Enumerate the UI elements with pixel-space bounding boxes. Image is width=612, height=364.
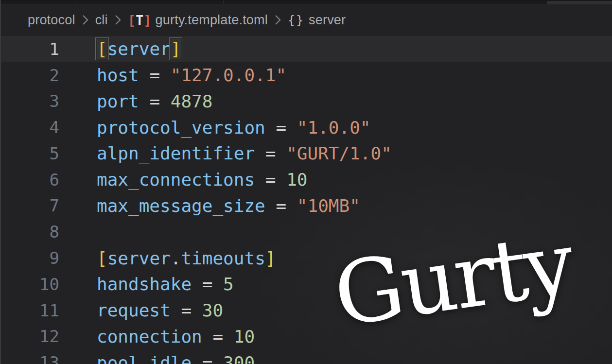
line-number[interactable]: 3: [1, 91, 59, 111]
code-line[interactable]: 3port = 4878: [1, 88, 612, 115]
line-number[interactable]: 12: [1, 327, 59, 346]
breadcrumb-folder-protocol[interactable]: protocol: [28, 13, 75, 28]
code-line[interactable]: 1[server]: [1, 36, 612, 62]
token-number: 30: [202, 300, 223, 320]
token-key: server: [107, 39, 171, 59]
line-number[interactable]: 7: [1, 196, 59, 215]
token-op: =: [139, 91, 171, 111]
line-number[interactable]: 11: [1, 301, 59, 320]
token-number: 10: [234, 327, 255, 347]
token-key: connection: [97, 327, 202, 347]
token-number: 10: [286, 170, 307, 190]
line-number[interactable]: 5: [1, 144, 59, 163]
token-key: timeouts: [181, 248, 265, 268]
line-number[interactable]: 10: [1, 275, 59, 294]
code-line[interactable]: 12connection = 10: [1, 323, 612, 349]
token-op: =: [202, 327, 234, 347]
code-line[interactable]: 13pool_idle = 300: [1, 349, 612, 364]
token-bracket: ]: [171, 39, 181, 59]
token-key: max_message_size: [97, 196, 265, 216]
code-text: host = "127.0.0.1": [59, 65, 286, 85]
line-number[interactable]: 9: [1, 248, 59, 268]
breadcrumb: protocol cli [T] gurty.template.toml {} …: [1, 4, 612, 36]
code-text: pool_idle = 300: [59, 353, 255, 364]
code-line[interactable]: 8: [1, 219, 612, 245]
editor-window: protocol cli [T] gurty.template.toml {} …: [0, 0, 612, 364]
code-line[interactable]: 9[server.timeouts]: [1, 245, 612, 271]
line-number[interactable]: 13: [1, 353, 59, 364]
token-key: request: [97, 300, 171, 320]
token-op: =: [255, 143, 286, 163]
code-text: handshake = 5: [59, 274, 234, 294]
tab-bar-edge: [1, 0, 612, 4]
token-bracket: ]: [265, 248, 276, 268]
symbol-namespace-icon: {}: [288, 13, 304, 27]
chevron-right-icon: [275, 15, 281, 25]
line-number[interactable]: 8: [1, 222, 59, 242]
token-string: "GURT/1.0": [286, 143, 392, 163]
token-op: =: [192, 353, 223, 364]
code-line[interactable]: 7max_message_size = "10MB": [1, 193, 612, 219]
breadcrumb-folder-cli[interactable]: cli: [95, 13, 108, 28]
breadcrumb-file-name[interactable]: gurty.template.toml: [156, 13, 268, 28]
code-line[interactable]: 2host = "127.0.0.1": [1, 62, 612, 88]
code-text: connection = 10: [59, 327, 255, 347]
token-bracket: [: [97, 39, 107, 59]
code-text: alpn_identifier = "GURT/1.0": [59, 143, 392, 163]
token-bracket: [: [97, 248, 107, 268]
token-number: 5: [223, 274, 234, 294]
toml-file-icon: [T]: [128, 13, 151, 28]
token-op: =: [255, 170, 286, 190]
code-text: request = 30: [59, 300, 223, 320]
chevron-right-icon: [115, 15, 121, 25]
chevron-right-icon: [82, 15, 88, 25]
line-number[interactable]: 6: [1, 170, 59, 190]
token-key: pool_idle: [97, 353, 192, 364]
token-string: "10MB": [297, 196, 360, 216]
token-key: port: [97, 91, 139, 111]
code-text: port = 4878: [59, 91, 212, 111]
token-key: protocol_version: [97, 118, 265, 138]
token-key: handshake: [97, 274, 192, 294]
breadcrumb-symbol-server[interactable]: server: [309, 13, 346, 28]
token-string: "1.0.0": [297, 118, 371, 138]
token-key: alpn_identifier: [97, 143, 255, 163]
code-text: protocol_version = "1.0.0": [59, 118, 371, 138]
token-op: =: [265, 118, 297, 138]
code-line[interactable]: 6max_connections = 10: [1, 167, 612, 193]
line-number[interactable]: 1: [1, 39, 59, 59]
token-key: max_connections: [97, 170, 255, 190]
token-op: .: [171, 248, 181, 268]
token-string: "127.0.0.1": [171, 65, 286, 85]
code-text: max_message_size = "10MB": [59, 196, 360, 216]
code-lines[interactable]: 1[server]2host = "127.0.0.1"3port = 4878…: [1, 36, 612, 364]
token-number: 4878: [171, 91, 213, 111]
line-number[interactable]: 4: [1, 118, 59, 137]
line-number[interactable]: 2: [1, 66, 59, 85]
code-text: [server.timeouts]: [59, 248, 276, 268]
code-line[interactable]: 4protocol_version = "1.0.0": [1, 114, 612, 140]
token-key: host: [97, 65, 139, 85]
token-op: =: [139, 65, 171, 85]
token-op: =: [171, 300, 202, 320]
token-number: 300: [223, 353, 255, 364]
token-op: =: [265, 196, 297, 216]
token-key: server: [107, 248, 171, 268]
code-line[interactable]: 11request = 30: [1, 297, 612, 324]
token-op: =: [192, 274, 223, 294]
code-line[interactable]: 10handshake = 5: [1, 271, 612, 297]
code-text: max_connections = 10: [59, 170, 308, 190]
code-text: [server]: [59, 39, 181, 59]
code-line[interactable]: 5alpn_identifier = "GURT/1.0": [1, 140, 612, 167]
